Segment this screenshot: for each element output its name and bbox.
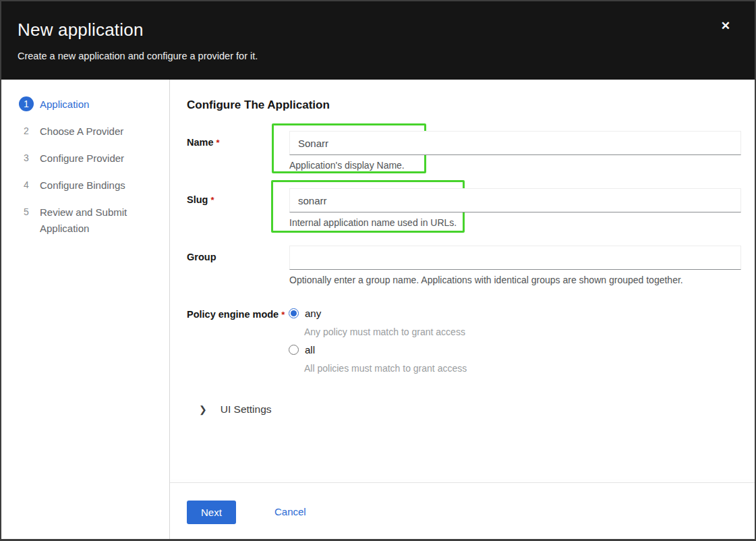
group-label: Group <box>187 252 216 262</box>
modal-header: New application Create a new application… <box>1 1 755 80</box>
step-label: Application <box>40 96 89 113</box>
step-label: Configure Provider <box>40 150 124 167</box>
group-field[interactable] <box>289 246 741 270</box>
modal-body: 1 Application 2 Choose A Provider 3 Conf… <box>1 80 755 540</box>
page-title: Configure The Application <box>187 98 330 112</box>
step-label: Choose A Provider <box>40 123 123 140</box>
wizard-content: Configure The Application Name* Applicat… <box>170 80 755 540</box>
ui-settings-expander[interactable]: ❯ UI Settings <box>199 403 272 416</box>
slug-label: Slug* <box>187 194 214 205</box>
policy-mode-any-description: Any policy must match to grant access <box>304 326 465 337</box>
policy-mode-any-radio[interactable] <box>289 308 299 318</box>
step-review-submit[interactable]: 5 Review and Submit Application <box>19 204 156 237</box>
step-configure-provider[interactable]: 3 Configure Provider <box>19 150 156 167</box>
step-number: 5 <box>19 204 34 219</box>
name-field[interactable] <box>289 131 741 155</box>
step-number: 4 <box>19 177 34 192</box>
modal-title: New application <box>18 20 738 40</box>
name-help-text: Application's display Name. <box>289 160 405 171</box>
step-label: Configure Bindings <box>40 177 125 194</box>
next-button[interactable]: Next <box>187 501 236 524</box>
step-configure-bindings[interactable]: 4 Configure Bindings <box>19 177 156 194</box>
step-application[interactable]: 1 Application <box>19 96 156 113</box>
policy-mode-any-option[interactable]: any <box>289 308 321 319</box>
chevron-right-icon: ❯ <box>199 404 207 415</box>
step-number: 2 <box>19 123 34 138</box>
policy-mode-all-radio[interactable] <box>289 345 299 355</box>
cancel-link[interactable]: Cancel <box>274 506 306 517</box>
policy-mode-all-description: All policies must match to grant access <box>304 363 467 374</box>
policy-mode-all-label: all <box>305 344 315 355</box>
required-asterisk: * <box>216 138 220 148</box>
step-number: 1 <box>19 96 34 111</box>
close-icon[interactable]: ✕ <box>721 20 730 32</box>
name-label: Name* <box>187 137 220 148</box>
modal-subtitle: Create a new application and configure a… <box>18 51 738 61</box>
new-application-modal: New application Create a new application… <box>0 0 756 541</box>
group-help-text: Optionally enter a group name. Applicati… <box>289 275 683 285</box>
step-choose-provider[interactable]: 2 Choose A Provider <box>19 123 156 140</box>
ui-settings-label: UI Settings <box>221 403 272 416</box>
footer-divider <box>170 482 755 483</box>
policy-mode-all-option[interactable]: all <box>289 344 315 355</box>
policy-engine-mode-label: Policy engine mode* <box>187 309 285 320</box>
wizard-stepper: 1 Application 2 Choose A Provider 3 Conf… <box>1 80 170 540</box>
slug-field[interactable] <box>289 188 741 212</box>
policy-mode-any-label: any <box>305 308 321 319</box>
step-label: Review and Submit Application <box>40 204 156 237</box>
step-number: 3 <box>19 150 34 165</box>
required-asterisk: * <box>281 310 285 320</box>
slug-help-text: Internal application name used in URLs. <box>289 217 457 228</box>
required-asterisk: * <box>210 195 214 205</box>
